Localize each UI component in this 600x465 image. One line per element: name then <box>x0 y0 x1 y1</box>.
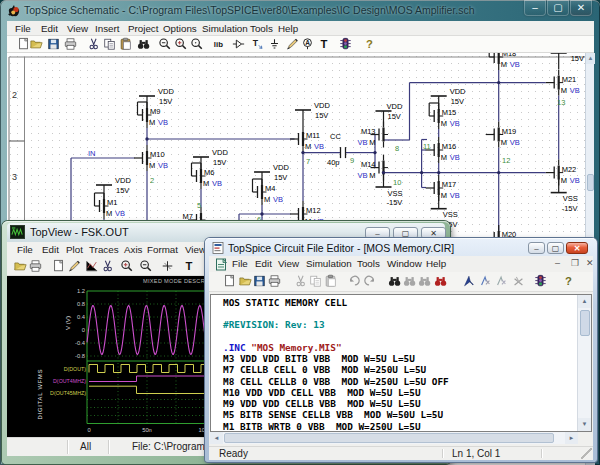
run-simulation-icon[interactable] <box>534 274 547 288</box>
menu-options[interactable]: Options <box>163 23 197 34</box>
schematic-label-IN: IN <box>88 149 96 158</box>
scroll-thumb[interactable] <box>224 433 554 443</box>
menu-project[interactable]: Project <box>128 23 159 34</box>
zoom-in-icon[interactable] <box>174 37 187 51</box>
text-tool-icon[interactable]: T <box>318 37 331 51</box>
menu-insert[interactable]: Insert <box>95 23 120 34</box>
scroll-thumb[interactable] <box>587 174 594 191</box>
bookmark-next-icon[interactable] <box>479 274 492 288</box>
ground-icon[interactable] <box>268 37 281 51</box>
ed-menu-help[interactable]: Help <box>426 258 446 269</box>
find-in-files-red-icon[interactable] <box>434 274 447 288</box>
mdi-document-icon[interactable] <box>215 258 228 271</box>
scroll-up-arrow[interactable]: ▲ <box>586 53 595 64</box>
help-icon[interactable]: ? <box>363 37 376 51</box>
editor-minimize-button[interactable]: – <box>528 242 545 254</box>
save-floppy-icon[interactable] <box>47 37 60 51</box>
crosshair-icon[interactable] <box>161 259 174 273</box>
bookmark-prev-icon[interactable] <box>495 274 508 288</box>
mdi-minimize-button[interactable]: – <box>555 258 560 268</box>
open-folder-icon[interactable] <box>14 259 27 273</box>
find-binoculars-icon[interactable] <box>137 37 150 51</box>
run-simulation-icon[interactable] <box>339 37 352 51</box>
text-tool-icon[interactable]: T <box>183 259 196 273</box>
editor-text-area[interactable]: MOS STATIC MEMORY CELL #REVISION: Rev: 1… <box>210 294 592 432</box>
zoom-window-icon[interactable] <box>190 37 203 51</box>
ed-menu-edit[interactable]: Edit <box>255 258 272 269</box>
editor-horizontal-scrollbar[interactable]: ◄ ► <box>210 432 578 444</box>
menu-edit[interactable]: Edit <box>41 23 58 34</box>
menu-help[interactable]: Help <box>278 23 298 34</box>
copy-icon[interactable] <box>103 37 116 51</box>
tv-menu-plot[interactable]: Plot <box>66 244 83 255</box>
editor-titlebar[interactable]: TopSpice Circuit File Editor - [MOS Memo… <box>205 239 597 256</box>
menu-file[interactable]: File <box>15 23 31 34</box>
tv-menu-format[interactable]: Format <box>147 244 178 255</box>
scroll-left-arrow[interactable]: ◄ <box>210 432 223 444</box>
print-icon[interactable] <box>29 259 42 273</box>
find-binoculars-icon[interactable] <box>388 274 401 288</box>
ed-menu-file[interactable]: File <box>232 258 248 269</box>
editor-text-content[interactable]: MOS STATIC MEMORY CELL #REVISION: Rev: 1… <box>223 297 449 432</box>
editor-close-button[interactable]: ✕ <box>566 242 588 254</box>
tv-menu-edit[interactable]: Edit <box>42 244 59 255</box>
mdi-restore-button[interactable]: ❐ <box>571 258 579 268</box>
goto-dart-icon[interactable] <box>462 274 475 288</box>
paste-gray-icon[interactable] <box>324 274 337 288</box>
find-prev-gray-icon[interactable] <box>418 274 431 288</box>
paste-icon[interactable] <box>119 37 132 51</box>
ed-menu-window[interactable]: Window <box>387 258 422 269</box>
label-tool-icon[interactable]: T <box>251 37 264 51</box>
editor-vertical-scrollbar[interactable]: ▲ ▼ <box>577 295 591 431</box>
topview-waveform-icon <box>10 225 25 239</box>
tv-menu-view[interactable]: View <box>185 244 206 255</box>
undo-icon[interactable] <box>348 274 361 288</box>
zoom-out-icon[interactable] <box>139 259 152 273</box>
lib-icon[interactable]: lib <box>213 37 226 51</box>
cut-scissors-icon[interactable] <box>101 259 114 273</box>
scroll-thumb[interactable] <box>580 310 590 336</box>
mdi-close-button[interactable]: ✕ <box>586 258 594 268</box>
new-page-icon[interactable] <box>17 37 30 51</box>
print-icon[interactable] <box>268 274 281 288</box>
find-next-gray-icon[interactable] <box>403 274 416 288</box>
cut-scissors-icon[interactable] <box>87 37 100 51</box>
main-close-button[interactable]: ✕ <box>570 0 592 16</box>
menu-tools[interactable]: Tools <box>250 23 273 34</box>
main-minimize-button[interactable]: – <box>524 0 546 16</box>
main-maximize-button[interactable]: ▢ <box>547 0 569 16</box>
editor-maximize-button[interactable]: ▢ <box>547 242 564 254</box>
component-buffer-icon[interactable] <box>232 37 245 51</box>
save-floppy-icon[interactable] <box>253 274 266 288</box>
bookmark-clear-icon[interactable] <box>512 274 525 288</box>
ed-menu-view[interactable]: View <box>278 258 299 269</box>
wire-pencil-icon[interactable] <box>286 37 299 51</box>
zoom-out-icon[interactable] <box>158 37 171 51</box>
menu-simulation[interactable]: Simulation <box>202 23 248 34</box>
main-titlebar[interactable]: TopSpice Schematic - C:\Program Files\To… <box>0 0 600 21</box>
new-page-icon[interactable] <box>52 259 65 273</box>
print-icon[interactable] <box>64 37 77 51</box>
menu-view[interactable]: View <box>67 23 88 34</box>
open-folder-icon[interactable] <box>30 37 43 51</box>
cut-scissors-gray-icon[interactable] <box>294 274 307 288</box>
wire-pencil-icon[interactable] <box>68 259 81 273</box>
new-page-icon[interactable] <box>223 274 236 288</box>
open-folder-icon[interactable] <box>239 274 252 288</box>
zoom-in-icon[interactable] <box>120 259 133 273</box>
chart-icon[interactable] <box>85 259 98 273</box>
tv-menu-traces[interactable]: Traces <box>89 244 119 255</box>
tv-menu-axis[interactable]: Axis <box>124 244 143 255</box>
copy-gray-icon[interactable] <box>309 274 322 288</box>
ed-menu-simulation[interactable]: Simulation <box>306 258 352 269</box>
probe-icon[interactable]: A <box>301 37 314 51</box>
resize-grip[interactable] <box>581 448 592 459</box>
scroll-up-arrow[interactable]: ▲ <box>578 295 591 308</box>
main-toolbar: libTAT? <box>7 36 594 53</box>
redo-icon[interactable] <box>363 274 376 288</box>
scroll-right-arrow[interactable]: ► <box>565 432 578 444</box>
tv-menu-file[interactable]: File <box>17 244 33 255</box>
scroll-down-arrow[interactable]: ▼ <box>578 418 591 431</box>
help-olive-icon[interactable]: ? <box>562 274 575 288</box>
ed-menu-tools[interactable]: Tools <box>357 258 380 269</box>
